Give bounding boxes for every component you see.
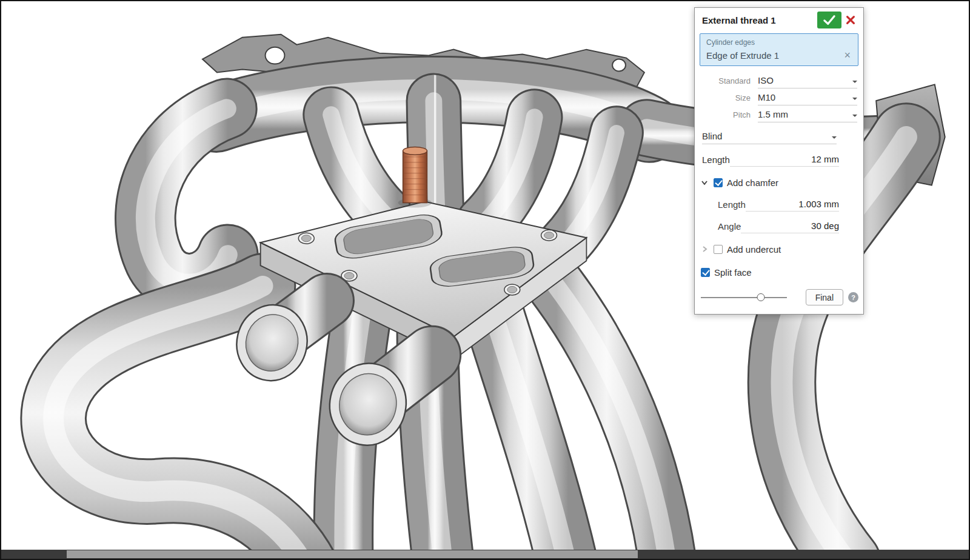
bottom-bar [1,550,969,559]
add-undercut-row: Add undercut [695,241,863,258]
length-row: Length 12 mm [695,151,863,168]
detail-slider[interactable] [701,293,787,302]
pitch-dropdown[interactable]: 1.5 mm [758,107,857,122]
cylinder-edges-selection[interactable]: Cylinder edges Edge of Extrude 1 × [700,33,858,66]
split-face-label: Split face [714,267,752,278]
end-type-row: Blind [695,128,863,145]
add-chamfer-label: Add chamfer [727,178,778,188]
selection-label: Cylinder edges [706,38,852,47]
exhaust-tube[interactable] [146,108,228,284]
size-row: Size M10 [695,89,863,106]
bolt-hole[interactable] [298,233,314,244]
chevron-down-icon[interactable] [700,178,709,187]
standard-row: Standard ISO [695,72,863,89]
help-icon[interactable]: ? [848,292,858,302]
cancel-button[interactable] [841,12,860,28]
chamfer-length-row: Length 1.003 mm [695,196,863,213]
split-face-row: Split face [695,264,863,281]
add-chamfer-row: Add chamfer [695,174,863,191]
cad-app-window: External thread 1 Cylinder edges Edge of… [0,0,970,560]
pitch-row: Pitch 1.5 mm [695,106,863,123]
chamfer-length-label: Length [718,199,746,210]
dialog-title: External thread 1 [702,15,817,25]
dialog-header: External thread 1 [695,8,863,32]
length-input[interactable]: 12 mm [730,152,839,167]
size-dropdown[interactable]: M10 [758,90,857,105]
chamfer-length-input[interactable]: 1.003 mm [746,197,839,212]
chamfer-angle-input[interactable]: 30 deg [741,219,839,233]
exhaust-tube[interactable] [433,101,436,211]
bolt-hole[interactable] [504,284,520,295]
clear-selection-icon[interactable]: × [843,50,852,61]
exhaust-tube[interactable] [331,115,398,225]
bolt-hole[interactable] [541,230,557,241]
slider-thumb[interactable] [757,293,765,301]
final-button[interactable]: Final [806,289,843,305]
chamfer-angle-label: Angle [718,221,741,232]
chevron-down-icon [852,98,857,102]
slider-track [701,297,787,298]
add-undercut-label: Add undercut [727,244,781,255]
add-undercut-checkbox[interactable] [714,245,723,254]
chevron-down-icon [852,115,857,119]
pitch-label: Pitch [702,110,758,119]
confirm-button[interactable] [817,12,841,28]
exhaust-tube[interactable] [492,310,568,559]
dialog-footer: Final ? [695,289,863,312]
add-chamfer-checkbox[interactable] [714,178,723,187]
length-label: Length [702,155,730,165]
selection-value: Edge of Extrude 1 [706,50,843,61]
close-icon [845,15,856,25]
size-label: Size [702,93,758,102]
split-face-checkbox[interactable] [701,268,710,277]
standard-label: Standard [702,76,758,85]
standard-dropdown[interactable]: ISO [758,73,857,88]
chamfer-angle-row: Angle 30 deg [695,218,863,235]
external-thread-dialog: External thread 1 Cylinder edges Edge of… [694,7,864,315]
chevron-down-icon [852,81,857,85]
threaded-stud[interactable] [398,147,432,207]
horizontal-scrollbar[interactable] [67,550,638,558]
chevron-down-icon [832,136,837,141]
chevron-right-icon[interactable] [700,244,709,254]
end-type-dropdown[interactable]: Blind [702,128,837,144]
checkmark-icon [823,15,836,25]
exhaust-tube[interactable] [484,117,535,223]
exhaust-tube[interactable] [564,133,617,244]
